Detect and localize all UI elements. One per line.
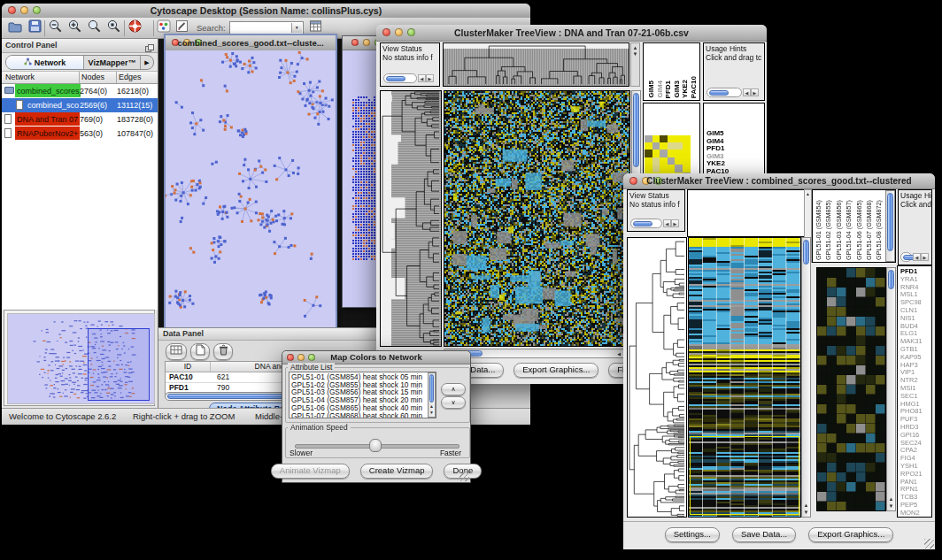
help-lifesaver-icon[interactable] bbox=[127, 19, 143, 37]
tv1-col-labels: GIM5GIM4PFD1GIM3YKE2PAC10 bbox=[644, 43, 699, 100]
tv2-heatmap-canvas[interactable] bbox=[689, 238, 800, 517]
tv1-usage-scrollbar[interactable]: ◀▶ bbox=[706, 88, 760, 97]
tv2-zoom-scrollbar[interactable]: ▲ ▼ bbox=[886, 267, 896, 511]
tv2-title: ClusterMaker TreeView : combined_scores_… bbox=[623, 176, 935, 186]
status-middleclick-hint: Middle- bbox=[255, 411, 282, 421]
tv1-heatmap-panel bbox=[444, 90, 630, 347]
left-arrow-icon[interactable]: ◀ bbox=[418, 74, 426, 82]
tv1-row-dendrogram-canvas[interactable] bbox=[381, 91, 441, 346]
left-arrow-icon[interactable]: ◀ bbox=[913, 253, 921, 261]
up-arrow-icon[interactable]: ▲ bbox=[802, 502, 810, 509]
right-arrow-icon[interactable]: ▶ bbox=[751, 88, 759, 96]
dialog-create-vizmap-button[interactable]: Create Vizmap bbox=[360, 464, 434, 479]
up-arrow-icon[interactable]: ▲ bbox=[887, 496, 895, 502]
network-overview-canvas[interactable] bbox=[7, 313, 155, 404]
tv1-status-scrollbar[interactable]: ◀▶ bbox=[383, 73, 435, 83]
network-canvas[interactable] bbox=[166, 50, 336, 327]
close-icon[interactable] bbox=[351, 39, 359, 46]
zoom-selected-icon[interactable] bbox=[106, 19, 121, 37]
status-rightclick-hint: Right-click + drag to ZOOM bbox=[133, 411, 235, 421]
attribute-list-label: Attribute List bbox=[288, 363, 335, 372]
tv1-usage-hints-panel: Usage Hints Click and drag tc ◀▶ bbox=[703, 42, 765, 101]
tv2-usage-scrollbar[interactable]: ◀▶ bbox=[900, 252, 930, 262]
move-up-button[interactable]: ∧ bbox=[441, 383, 466, 395]
tv2-save-data-button[interactable]: Save Data... bbox=[732, 527, 796, 542]
tv2-column-label: GPL51-01 (GSM854) bbox=[815, 200, 822, 260]
network-row[interactable]: combined_scores_2764(0)16218(0) bbox=[2, 84, 158, 98]
right-arrow-icon[interactable]: ▶ bbox=[671, 219, 679, 227]
zoom-in-icon[interactable] bbox=[67, 19, 82, 37]
zoom-out-icon[interactable] bbox=[48, 19, 63, 37]
scroll-thumb[interactable] bbox=[386, 76, 405, 82]
left-arrow-icon[interactable]: ◀ bbox=[743, 88, 751, 96]
right-arrow-icon[interactable]: ▶ bbox=[426, 74, 434, 82]
network-name: combined_sco bbox=[26, 98, 81, 111]
network-name: DNA and Tran 07 bbox=[15, 112, 80, 126]
tab-overflow-arrow[interactable]: ▶ bbox=[141, 56, 153, 69]
tv2-row-dendrogram-canvas[interactable] bbox=[628, 238, 686, 517]
up-arrow-icon[interactable]: ▲ bbox=[631, 45, 639, 51]
down-arrow-icon[interactable]: ▼ bbox=[887, 503, 895, 510]
tv2-heatmap-panel bbox=[688, 237, 801, 518]
network-row[interactable]: combined_sco2569(6)13112(15) bbox=[2, 98, 158, 112]
tv1-heatmap-canvas[interactable] bbox=[444, 91, 629, 346]
faster-label: Faster bbox=[440, 449, 461, 457]
minimize-icon[interactable] bbox=[363, 39, 370, 46]
tv1-export-graphics-button[interactable]: Export Graphics... bbox=[513, 363, 598, 378]
up-arrow-icon[interactable]: ▲ bbox=[805, 191, 811, 197]
scroll-thumb[interactable] bbox=[709, 90, 729, 96]
attribute-select-icon[interactable] bbox=[166, 343, 187, 360]
delete-attribute-trash-icon[interactable] bbox=[213, 343, 233, 360]
resize-grip[interactable] bbox=[924, 539, 934, 548]
move-down-button[interactable]: ∨ bbox=[441, 396, 466, 409]
dialog-animate-vizmap-button[interactable]: Animate Vizmap bbox=[271, 464, 350, 479]
tv1-horizontal-scrollbar[interactable]: ◀ ▶ bbox=[444, 349, 630, 358]
dialog-button-row: Animate VizmapCreate VizmapDone bbox=[282, 464, 470, 479]
slider-thumb[interactable] bbox=[369, 439, 382, 452]
attribute-item[interactable]: GPL51-07 (GSM868) heat shock 60 min bbox=[291, 412, 436, 418]
tv1-column-dendrogram-canvas[interactable] bbox=[444, 43, 629, 86]
network-nodes-count: 769(0) bbox=[80, 113, 103, 127]
tv2-settings-button[interactable]: Settings... bbox=[665, 527, 720, 542]
tv2-zoom-heatmap-canvas[interactable] bbox=[817, 268, 885, 510]
tv2-export-graphics-button[interactable]: Export Graphics... bbox=[808, 527, 893, 542]
up-arrow-icon[interactable]: ▲ bbox=[429, 403, 435, 410]
scroll-thumb[interactable] bbox=[633, 221, 652, 227]
tv2-vertical-scrollbar[interactable]: ▲ ▼ bbox=[801, 237, 811, 518]
tab-vizmapper[interactable]: VizMapper™ bbox=[84, 56, 141, 69]
down-arrow-icon[interactable]: ▼ bbox=[429, 410, 435, 416]
network-row[interactable]: RNAPuberNov2+563(0)107847(0) bbox=[2, 127, 158, 141]
tv1-col-scroll-strip[interactable]: ▲ ▼ bbox=[630, 42, 640, 87]
main-titlebar[interactable]: Cytoscape Desktop (Session Name: collins… bbox=[2, 4, 530, 19]
right-arrow-icon[interactable]: ▶ bbox=[921, 253, 929, 261]
tv2-status-scrollbar[interactable]: ◀▶ bbox=[630, 219, 680, 228]
col-header-nodes[interactable]: Nodes bbox=[80, 72, 117, 83]
col-header-network[interactable]: Network bbox=[2, 72, 80, 83]
left-arrow-icon[interactable]: ◀ bbox=[617, 351, 621, 357]
network-name: RNAPuberNov2+ bbox=[15, 127, 80, 140]
down-arrow-icon[interactable]: ▼ bbox=[802, 510, 810, 516]
new-attribute-icon[interactable] bbox=[190, 343, 210, 360]
status-welcome: Welcome to Cytoscape 2.6.2 bbox=[9, 411, 116, 421]
tv1-mini-heatmap[interactable] bbox=[645, 130, 691, 174]
attribute-listbox[interactable]: GPL51-01 (GSM854) heat shock 05 minGPL51… bbox=[289, 372, 436, 418]
data-row-value: 621 bbox=[217, 372, 229, 382]
search-dropdown-icon[interactable]: ▼ bbox=[291, 23, 302, 33]
data-col-id[interactable]: ID bbox=[166, 362, 211, 372]
left-arrow-icon[interactable]: ◀ bbox=[663, 219, 671, 227]
open-file-icon[interactable] bbox=[7, 19, 23, 37]
data-row-id: PAC10 bbox=[169, 372, 193, 382]
zoom-fit-icon[interactable] bbox=[87, 19, 102, 37]
network-row[interactable]: DNA and Tran 07769(0)183728(0) bbox=[2, 112, 158, 127]
save-icon[interactable] bbox=[28, 19, 42, 36]
tv1-titlebar[interactable]: ClusterMaker TreeView : DNA and Tran 07-… bbox=[376, 25, 767, 42]
tv1-column-label: PFD1 bbox=[664, 81, 672, 98]
tv2-titlebar[interactable]: ClusterMaker TreeView : combined_scores_… bbox=[623, 173, 935, 189]
tv2-column-dendrogram-panel[interactable] bbox=[687, 189, 812, 237]
tab-network[interactable]: Network bbox=[6, 56, 84, 69]
search-input[interactable]: ▼ bbox=[229, 21, 304, 35]
control-panel: Control Panel Network VizMapper™ ▶ Netwo… bbox=[2, 39, 158, 409]
col-header-edges[interactable]: Edges bbox=[117, 72, 142, 83]
down-arrow-icon[interactable]: ▼ bbox=[631, 51, 639, 58]
resize-grip[interactable] bbox=[459, 472, 469, 481]
